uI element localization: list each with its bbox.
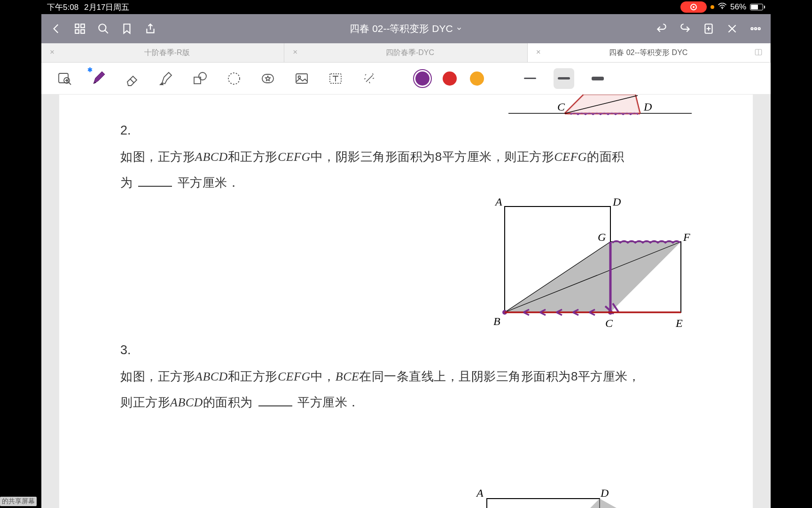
svg-text:G: G — [598, 231, 606, 243]
stroke-thin[interactable] — [520, 68, 540, 89]
svg-text:C: C — [557, 101, 565, 113]
status-date: 2月17日周五 — [84, 2, 129, 13]
share-screen-badge: 的共享屏幕 — [0, 497, 37, 506]
svg-rect-4 — [81, 30, 85, 33]
battery-icon — [750, 4, 765, 10]
svg-point-18 — [298, 76, 301, 78]
shapes-tool[interactable] — [190, 68, 211, 89]
svg-text:D: D — [600, 487, 609, 499]
svg-point-8 — [755, 28, 757, 30]
app-header: 四春 02--等积变形 DYC — [41, 14, 771, 43]
sticker-tool[interactable] — [258, 68, 278, 89]
tab-2[interactable]: × 四春 02--等积变形 DYC — [528, 43, 771, 62]
color-orange[interactable] — [470, 71, 484, 86]
battery-percent: 56% — [730, 2, 746, 12]
split-view-icon[interactable] — [754, 48, 764, 57]
image-tool[interactable] — [291, 68, 312, 89]
q2-number: 2. — [120, 117, 692, 144]
back-button[interactable] — [47, 19, 66, 38]
answer-blank — [138, 185, 172, 187]
more-button[interactable] — [746, 19, 765, 38]
undo-button[interactable] — [652, 19, 671, 38]
color-red[interactable] — [443, 71, 457, 86]
svg-rect-3 — [75, 30, 79, 33]
bookmark-button[interactable] — [117, 19, 136, 38]
svg-point-7 — [751, 28, 753, 30]
stroke-thick[interactable] — [587, 68, 608, 89]
magic-tool[interactable] — [359, 68, 380, 89]
lasso-tool[interactable] — [224, 68, 244, 89]
tab-strip: × 十阶春季-R版 × 四阶春季-DYC × 四春 02--等积变形 DYC — [41, 43, 771, 63]
eraser-tool[interactable] — [122, 68, 143, 89]
svg-text:F: F — [683, 231, 690, 243]
svg-rect-2 — [81, 24, 85, 28]
add-page-button[interactable] — [699, 19, 718, 38]
tab-1[interactable]: × 四阶春季-DYC — [284, 43, 527, 62]
figure-q2: A D G F B C E — [491, 197, 692, 338]
mic-indicator-dot — [710, 5, 714, 9]
svg-text:A: A — [476, 487, 484, 499]
q3-text: 如图，正方形ABCD和正方形CEFG中，BCE在同一条直线上，且阴影三角形面积为… — [120, 364, 692, 416]
svg-point-0 — [722, 8, 723, 9]
status-time: 下午5:08 — [47, 2, 78, 13]
svg-text:C: C — [605, 317, 613, 329]
highlighter-tool[interactable] — [156, 68, 177, 89]
app-window: 四春 02--等积变形 DYC × 十阶春季-R版 — [41, 14, 771, 508]
tab-close-icon[interactable]: × — [291, 48, 299, 57]
svg-rect-17 — [296, 74, 307, 83]
zoom-tool[interactable] — [55, 68, 75, 89]
svg-rect-37 — [487, 499, 600, 508]
document-title[interactable]: 四春 02--等积变形 DYC — [165, 22, 647, 35]
q3-number: 3. — [120, 337, 692, 364]
answer-blank — [258, 405, 292, 406]
grid-view-button[interactable] — [70, 19, 89, 38]
drawing-toolbar: ✱ — [41, 63, 771, 95]
color-purple[interactable] — [415, 71, 429, 86]
wifi-icon — [718, 3, 726, 11]
figure-q3-clip: A D G F — [308, 480, 692, 508]
svg-text:E: E — [675, 317, 683, 329]
stroke-medium[interactable] — [554, 68, 574, 89]
tab-0[interactable]: × 十阶春季-R版 — [41, 43, 284, 62]
q2-text: 如图，正方形ABCD和正方形CEFG中，阴影三角形面积为8平方厘米，则正方形CE… — [120, 144, 692, 196]
ipad-status-bar: 下午5:08 2月17日周五 56% — [0, 0, 812, 14]
search-button[interactable] — [94, 19, 113, 38]
document-area[interactable]: C D 2. 如图，正方形ABCD和正方形CEFG中，阴影三角形面积为8平方厘米… — [41, 95, 771, 508]
svg-text:B: B — [493, 315, 500, 327]
svg-point-9 — [758, 28, 760, 30]
svg-text:D: D — [643, 101, 652, 113]
bluetooth-icon: ✱ — [87, 66, 93, 73]
page: C D 2. 如图，正方形ABCD和正方形CEFG中，阴影三角形面积为8平方厘米… — [59, 95, 753, 508]
text-tool[interactable] — [325, 68, 346, 89]
svg-rect-1 — [75, 24, 79, 28]
share-button[interactable] — [141, 19, 160, 38]
svg-point-5 — [99, 24, 106, 31]
svg-text:A: A — [494, 197, 502, 208]
pen-tool[interactable]: ✱ — [88, 68, 109, 89]
tab-close-icon[interactable]: × — [48, 48, 56, 57]
tab-close-icon[interactable]: × — [534, 48, 543, 57]
close-button[interactable] — [723, 19, 742, 38]
figure-q1-clip: C D — [508, 95, 692, 119]
svg-point-14 — [199, 72, 206, 80]
screen-record-pill[interactable] — [680, 1, 707, 13]
svg-point-15 — [228, 73, 240, 84]
svg-text:D: D — [612, 197, 621, 208]
redo-button[interactable] — [676, 19, 695, 38]
